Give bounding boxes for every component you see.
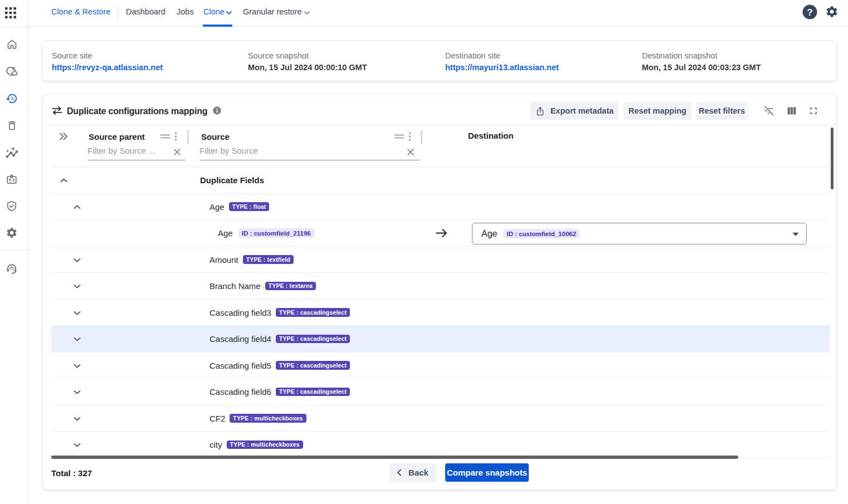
svg-text:?: ? bbox=[807, 7, 812, 18]
